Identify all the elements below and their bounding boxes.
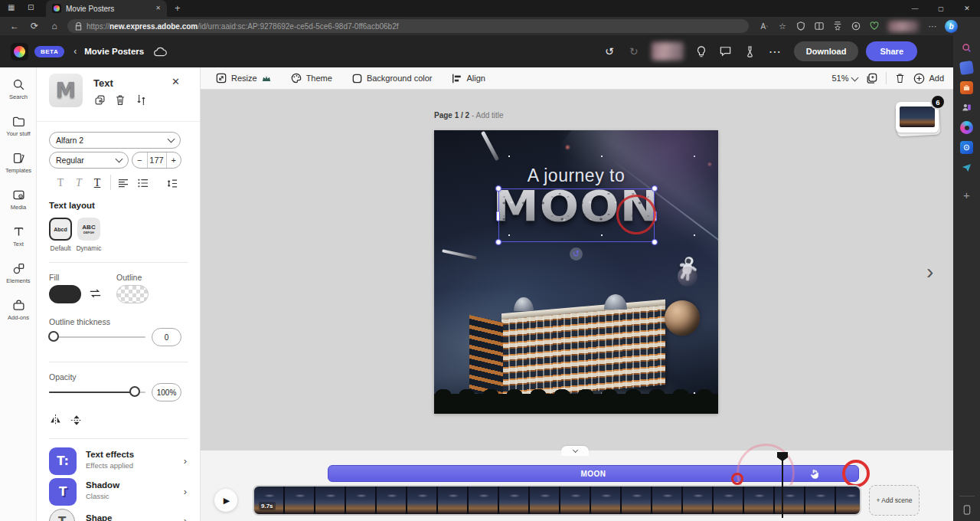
- resize-button[interactable]: Resize: [216, 73, 271, 84]
- new-tab-button[interactable]: +: [175, 3, 181, 13]
- outline-color-swatch[interactable]: [116, 285, 149, 303]
- favorites-icon[interactable]: ☆: [773, 18, 792, 34]
- outline-thickness-value[interactable]: 0: [152, 328, 181, 346]
- profile-avatar[interactable]: [888, 21, 919, 32]
- swap-colors-icon[interactable]: [89, 287, 102, 300]
- workspaces-icon[interactable]: ▦: [8, 4, 15, 11]
- outline-thickness-knob[interactable]: [48, 331, 59, 342]
- beaker-icon[interactable]: [740, 42, 760, 61]
- selection-side-handle[interactable]: [496, 211, 500, 221]
- sidebar-phone-icon[interactable]: [960, 503, 973, 516]
- flip-vertical-icon[interactable]: [70, 414, 83, 427]
- reload-icon[interactable]: ⟳: [24, 18, 44, 34]
- sidebar-outlook-icon[interactable]: [960, 141, 973, 154]
- layout-default-tile[interactable]: Abcd: [49, 218, 72, 241]
- next-page-arrow[interactable]: ›: [926, 260, 933, 284]
- address-bar[interactable]: https://new.express.adobe.com/id/urn:aai…: [67, 19, 749, 33]
- opacity-value[interactable]: 100%: [152, 383, 181, 401]
- sidebar-customize-icon[interactable]: +: [960, 188, 973, 202]
- font-size-value[interactable]: 177: [147, 152, 167, 168]
- layout-dynamic-tile[interactable]: ABC DEFGH: [77, 218, 100, 241]
- timeline-filmstrip[interactable]: 9.7s: [253, 485, 861, 516]
- add-page-button[interactable]: Add: [913, 73, 944, 84]
- selection-handle[interactable]: [495, 239, 501, 245]
- tab-close-icon[interactable]: ✕: [155, 5, 161, 11]
- suggestions-bulb-icon[interactable]: [691, 42, 711, 61]
- sidebar-search-icon[interactable]: [960, 41, 973, 54]
- duplicate-icon[interactable]: [93, 93, 106, 106]
- back-chevron-icon[interactable]: ‹: [74, 46, 77, 57]
- play-button[interactable]: ▶: [214, 489, 237, 512]
- maximize-button[interactable]: ▢: [928, 0, 954, 17]
- selection-handle[interactable]: [495, 185, 501, 192]
- sidebar-item-templates[interactable]: Templates: [0, 152, 37, 174]
- font-weight-select[interactable]: Regular: [49, 152, 129, 169]
- sidebar-shopping-icon[interactable]: [959, 61, 974, 75]
- comment-icon[interactable]: [716, 42, 736, 61]
- add-scene-button[interactable]: + Add scene: [869, 485, 920, 516]
- web-capture-icon[interactable]: [847, 18, 865, 34]
- browser-tab[interactable]: Movie Posters ✕: [46, 0, 167, 17]
- download-button[interactable]: Download: [794, 41, 859, 61]
- opacity-knob[interactable]: [129, 386, 140, 397]
- settings-more-icon[interactable]: ⋯: [923, 18, 942, 34]
- poster-artboard[interactable]: A journey to MOON ↺: [434, 130, 718, 414]
- animate-icon[interactable]: [134, 93, 148, 106]
- italic-button[interactable]: T: [72, 176, 86, 190]
- bold-button[interactable]: T: [54, 176, 67, 190]
- canvas-area[interactable]: Page 1 / 2 - Add title: [201, 90, 953, 451]
- shadow-item[interactable]: T Shadow Classic ›: [37, 478, 201, 509]
- decrease-size-button[interactable]: −: [132, 152, 147, 168]
- list-icon[interactable]: [138, 176, 149, 190]
- undo-icon[interactable]: ↺: [599, 42, 619, 61]
- increase-size-button[interactable]: +: [167, 152, 181, 168]
- playhead[interactable]: [782, 454, 783, 518]
- sidebar-item-media[interactable]: Media: [0, 188, 37, 211]
- shape-item[interactable]: T Shape ›: [37, 509, 201, 521]
- font-family-select[interactable]: Alfarn 2: [49, 132, 181, 149]
- read-aloud-icon[interactable]: A◝: [755, 18, 773, 34]
- document-title[interactable]: Movie Posters: [84, 47, 144, 56]
- sidebar-drop-icon[interactable]: [960, 161, 973, 174]
- split-screen-icon[interactable]: [810, 18, 828, 34]
- sidebar-item-add-ons[interactable]: Add-ons: [0, 299, 37, 321]
- duplicate-page-icon[interactable]: [866, 73, 877, 84]
- delete-page-icon[interactable]: [895, 73, 905, 84]
- collections-icon[interactable]: [828, 18, 847, 34]
- back-icon[interactable]: ←: [5, 18, 24, 34]
- close-panel-icon[interactable]: ✕: [172, 76, 180, 87]
- shield-icon[interactable]: [792, 18, 810, 34]
- sidebar-item-your-stuff[interactable]: Your stuff: [0, 115, 37, 137]
- outline-thickness-slider[interactable]: [49, 336, 145, 338]
- close-window-button[interactable]: ✕: [954, 0, 980, 17]
- text-align-icon[interactable]: [118, 176, 129, 190]
- underline-button[interactable]: T: [90, 176, 104, 190]
- browser-essentials-icon[interactable]: [865, 18, 884, 34]
- align-button[interactable]: Align: [452, 74, 485, 84]
- delete-icon[interactable]: [113, 93, 127, 106]
- line-spacing-icon[interactable]: [167, 176, 178, 190]
- redo-icon[interactable]: ↻: [624, 42, 644, 61]
- selection-handle[interactable]: [652, 185, 658, 192]
- sidebar-item-elements[interactable]: Elements: [0, 262, 37, 284]
- zoom-control[interactable]: 51%: [831, 74, 858, 83]
- share-button[interactable]: Share: [866, 41, 917, 61]
- pages-overview-thumbnail[interactable]: 6: [896, 102, 939, 133]
- sidebar-people-icon[interactable]: [960, 101, 973, 114]
- theme-button[interactable]: Theme: [291, 73, 332, 84]
- sidebar-item-text[interactable]: Text: [0, 225, 37, 247]
- rotate-handle[interactable]: ↺: [570, 247, 583, 260]
- copilot-icon[interactable]: b: [945, 20, 958, 33]
- tab-actions-icon[interactable]: ⊡: [28, 4, 34, 11]
- collapse-timeline-button[interactable]: [561, 446, 589, 456]
- text-effects-item[interactable]: T: Text effects Effects applied ›: [37, 447, 201, 478]
- flip-horizontal-icon[interactable]: [49, 414, 62, 426]
- minimize-button[interactable]: —: [902, 0, 928, 17]
- sidebar-designer-icon[interactable]: [960, 121, 973, 134]
- adobe-express-logo[interactable]: [11, 43, 28, 61]
- sidebar-tools-icon[interactable]: [960, 81, 973, 94]
- fill-color-swatch[interactable]: [49, 285, 81, 303]
- sidebar-item-search[interactable]: Search: [0, 78, 37, 100]
- background-color-button[interactable]: Background color: [352, 74, 433, 84]
- selection-handle[interactable]: [652, 239, 658, 245]
